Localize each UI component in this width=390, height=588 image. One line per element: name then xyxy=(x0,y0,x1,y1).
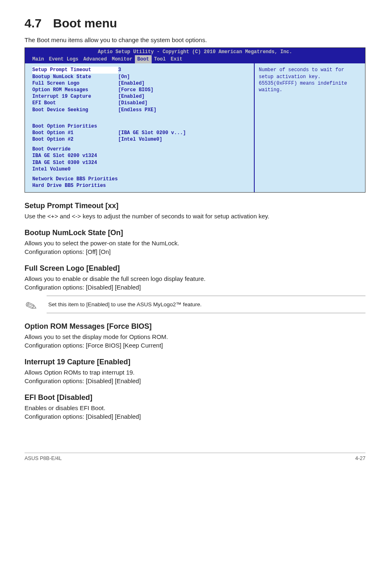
bios-option-label: Boot Option #2 xyxy=(32,136,118,143)
page-footer: ASUS P8B-E/4L 4-27 xyxy=(25,453,365,461)
bios-help-text: Number of seconds to wait for setup acti… xyxy=(259,67,361,93)
bios-help-pane: Number of seconds to wait for setup acti… xyxy=(255,63,365,192)
bios-tab: Monitor xyxy=(109,55,134,63)
bios-option-value: [Disabled] xyxy=(118,100,148,106)
note-text: Set this item to [Enabled] to use the AS… xyxy=(47,296,365,313)
bios-option-label: EFI Boot xyxy=(32,100,118,106)
bios-option-value: [Force BIOS] xyxy=(118,87,153,93)
bios-option-label: Boot Device Seeking xyxy=(32,107,118,113)
bios-tab: Event Logs xyxy=(47,55,81,63)
subsection-heading: Option ROM Messages [Force BIOS] xyxy=(25,322,365,331)
bios-option-row: EFI Boot[Disabled] xyxy=(32,100,254,106)
bios-option-value: [Enabled] xyxy=(118,93,145,100)
bios-option-value: [On] xyxy=(118,74,130,80)
body-paragraph: Configuration options: [Off] [On] xyxy=(25,248,365,255)
bios-title: Aptio Setup Utility - Copyright (C) 2010… xyxy=(25,48,365,55)
body-paragraph: Configuration options: [Disabled] [Enabl… xyxy=(25,377,365,384)
footer-left: ASUS P8B-E/4L xyxy=(25,456,62,461)
bios-option-label: Full Screen Logo xyxy=(32,80,118,87)
section-number: 4.7 xyxy=(25,16,42,30)
body-paragraph: Allows you to enable or disable the full… xyxy=(25,275,365,282)
body-paragraph: Allows Option ROMs to trap interrupt 19. xyxy=(25,369,365,376)
bios-option-row: Interrupt 19 Capture[Enabled] xyxy=(32,93,254,100)
bios-extra-item: Network Device BBS Priorities xyxy=(32,176,254,182)
subsection-heading: Full Screen Logo [Enabled] xyxy=(25,264,365,273)
bios-screenshot: Aptio Setup Utility - Copyright (C) 2010… xyxy=(25,47,365,193)
bios-option-label: Interrupt 19 Capture xyxy=(32,93,118,100)
bios-extra-item: Hard Drive BBS Priorities xyxy=(32,182,254,189)
body-paragraph: Use the <+> and <-> keys to adjust the n… xyxy=(25,213,365,220)
body-paragraph: Configuration options: [Disabled] [Enabl… xyxy=(25,284,365,291)
bios-option-row: Setup Prompt Timeout3 xyxy=(32,67,254,73)
subsection-heading: Interrupt 19 Capture [Enabled] xyxy=(25,358,365,366)
bios-option-value: 3 xyxy=(118,67,121,73)
bios-option-value: [Endless PXE] xyxy=(118,107,157,113)
subsection-heading: EFI Boot [Disabled] xyxy=(25,393,365,402)
bios-option-value: [Enabled] xyxy=(118,80,145,87)
body-paragraph: Allows you to set the display mode for O… xyxy=(25,333,365,340)
bios-tab: Main xyxy=(30,55,47,63)
subsection-heading: Setup Prompt Timeout [xx] xyxy=(25,202,365,210)
bios-option-label: Setup Prompt Timeout xyxy=(32,67,118,73)
body-paragraph: Enables or disables EFI Boot. xyxy=(25,404,365,411)
bios-tab-bar: MainEvent LogsAdvancedMonitorBootToolExi… xyxy=(25,55,365,63)
bios-option-label: Boot Option #1 xyxy=(32,130,118,136)
bios-option-row: Boot Option #1[IBA GE Slot 0200 v...] xyxy=(32,130,254,136)
bios-override-item: IBA GE Slot 0200 v1324 xyxy=(32,153,254,159)
bios-priorities-heading: Boot Option Priorities xyxy=(32,123,254,130)
pencil-icon: ✎ xyxy=(23,293,49,316)
footer-right: 4-27 xyxy=(355,456,365,461)
note-block: ✎Set this item to [Enabled] to use the A… xyxy=(25,296,365,313)
bios-tab: Exit xyxy=(168,55,185,63)
body-paragraph: Allows you to select the power-on state … xyxy=(25,240,365,247)
bios-option-value: [IBA GE Slot 0200 v...] xyxy=(118,130,186,136)
page-heading: 4.7Boot menu xyxy=(25,16,365,30)
bios-option-label: Option ROM Messages xyxy=(32,87,118,93)
bios-tab: Tool xyxy=(152,55,168,63)
bios-override-item: IBA GE Slot 0300 v1324 xyxy=(32,159,254,166)
bios-tab: Advanced xyxy=(81,55,110,63)
bios-tab: Boot xyxy=(135,55,152,63)
bios-option-label: Bootup NumLock State xyxy=(32,74,118,80)
body-paragraph: Configuration options: [Force BIOS] [Kee… xyxy=(25,342,365,349)
bios-option-row: Full Screen Logo[Enabled] xyxy=(32,80,254,87)
section-title-text: Boot menu xyxy=(53,16,117,30)
bios-option-value: [Intel Volume0] xyxy=(118,136,162,143)
bios-body: Setup Prompt Timeout3Bootup NumLock Stat… xyxy=(25,63,365,192)
intro-paragraph: The Boot menu items allow you to change … xyxy=(25,36,365,43)
subsection-heading: Bootup NumLock State [On] xyxy=(25,229,365,237)
bios-override-heading: Boot Override xyxy=(32,146,254,153)
bios-override-item: Intel Volume0 xyxy=(32,166,254,173)
bios-option-row: Option ROM Messages[Force BIOS] xyxy=(32,87,254,93)
bios-option-row: Boot Option #2[Intel Volume0] xyxy=(32,136,254,143)
bios-option-row: Boot Device Seeking[Endless PXE] xyxy=(32,107,254,113)
bios-option-row: Bootup NumLock State[On] xyxy=(32,74,254,80)
body-paragraph: Configuration options: [Disabled] [Enabl… xyxy=(25,413,365,420)
bios-left-pane: Setup Prompt Timeout3Bootup NumLock Stat… xyxy=(25,63,255,192)
